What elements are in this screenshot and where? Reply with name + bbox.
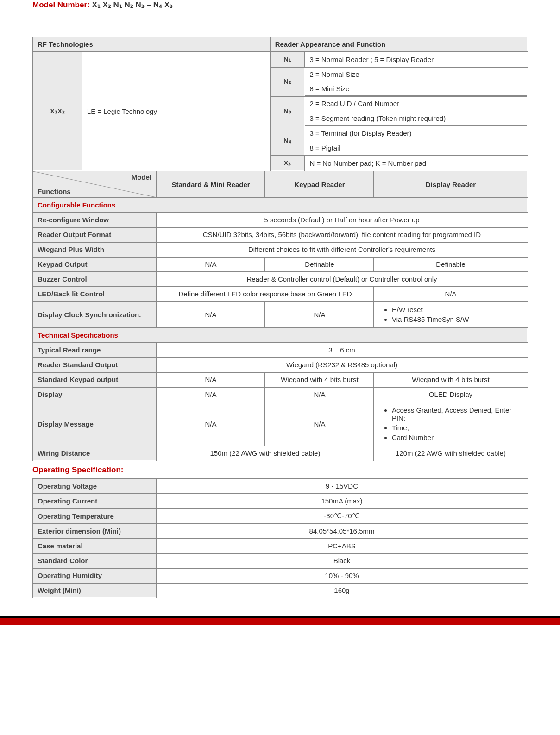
n2-value-1: 2 = Normal Size — [305, 67, 528, 82]
row-value: N/A — [157, 302, 265, 328]
list-item: H/W reset — [392, 305, 522, 314]
row-value: 9 - 15VDC — [157, 479, 528, 494]
row-value: 150mA (max) — [157, 494, 528, 509]
n3-value-1: 2 = Read UID / Card Number — [305, 96, 528, 111]
row-label: Operating Temperature — [33, 509, 157, 524]
row-label: Case material — [33, 539, 157, 553]
row-value: Access Granted, Access Denied, Enter PIN… — [374, 402, 527, 446]
row-label: Keypad Output — [33, 257, 157, 272]
row-value: Definable — [374, 257, 527, 272]
row-label: Wiegand Plus Width — [33, 242, 157, 257]
row-label: Weight (Mini) — [33, 583, 157, 598]
row-label: Operating Humidity — [33, 568, 157, 583]
row-value: Wiegand with 4 bits burst — [265, 372, 374, 387]
row-label: Display Message — [33, 402, 157, 446]
row-value: 120m (22 AWG with shielded cable) — [374, 446, 527, 461]
row-value: N/A — [374, 287, 527, 302]
row-value: 160g — [157, 583, 528, 598]
n1-value: 3 = Normal Reader ; 5 = Display Reader — [305, 52, 528, 67]
list-item: Time; — [392, 423, 522, 433]
row-value: -30℃-70℃ — [157, 509, 528, 524]
x1x2-label: X₁X₂ — [33, 52, 82, 171]
row-label: Standard Keypad output — [33, 372, 157, 387]
model-number-table: RF Technologies Reader Appearance and Fu… — [32, 37, 528, 171]
row-value: N/A — [157, 257, 265, 272]
n1-label: N₁ — [270, 52, 305, 67]
n2-value-2: 8 = Mini Size — [305, 82, 528, 96]
operating-spec-title: Operating Specification: — [32, 465, 528, 475]
x3-label: X₃ — [270, 156, 305, 171]
functions-table: Model Functions Standard & Mini Reader K… — [32, 171, 528, 461]
title-prefix: Model Number: — [32, 0, 92, 9]
row-value: 10% - 90% — [157, 568, 528, 583]
row-value: Different choices to fit with different … — [157, 242, 528, 257]
row-label: Display Clock Synchronization. — [33, 302, 157, 328]
row-value: Definable — [265, 257, 374, 272]
row-value: Define different LED color response base… — [157, 287, 374, 302]
rf-tech-header: RF Technologies — [33, 37, 271, 52]
row-value: PC+ABS — [157, 539, 528, 553]
col-display: Display Reader — [374, 171, 527, 198]
row-label: Reader Standard Output — [33, 358, 157, 372]
x3-value: N = No Number pad; K = Number pad — [305, 156, 528, 171]
col-standard: Standard & Mini Reader — [157, 171, 265, 198]
row-label: LED/Back lit Control — [33, 287, 157, 302]
diag-model: Model — [132, 173, 151, 181]
reader-appearance-header: Reader Appearance and Function — [270, 37, 527, 52]
row-label: Operating Current — [33, 494, 157, 509]
row-value: N/A — [157, 387, 265, 402]
row-value: 5 seconds (Default) or Half an hour afte… — [157, 213, 528, 227]
row-value: N/A — [157, 372, 265, 387]
row-value: N/A — [265, 402, 374, 446]
row-label: Typical Read range — [33, 343, 157, 358]
row-value: Black — [157, 553, 528, 568]
row-label: Reader Output Format — [33, 227, 157, 242]
tech-section: Technical Specifications — [33, 328, 528, 343]
row-value: N/A — [157, 402, 265, 446]
n3-value-2: 3 = Segment reading (Token might require… — [305, 111, 528, 126]
row-value: N/A — [265, 387, 374, 402]
row-value: H/W reset Via RS485 TimeSyn S/W — [374, 302, 527, 328]
n3-label: N₃ — [270, 96, 305, 126]
row-label: Re-configure Window — [33, 213, 157, 227]
row-value: 84.05*54.05*16.5mm — [157, 524, 528, 539]
row-value: N/A — [265, 302, 374, 328]
configurable-section: Configurable Functions — [33, 198, 528, 213]
n4-label: N₄ — [270, 126, 305, 156]
footer-bar — [0, 616, 560, 625]
n4-value-2: 8 = Pigtail — [305, 141, 528, 156]
row-label: Buzzer Control — [33, 272, 157, 287]
row-label: Wiring Distance — [33, 446, 157, 461]
operating-spec-table: Operating Voltage9 - 15VDCOperating Curr… — [32, 478, 528, 598]
page-title: Model Number: X₁ X₂ N₁ N₂ N₃ – N₄ X₃ — [32, 0, 528, 10]
row-label: Standard Color — [33, 553, 157, 568]
row-value: 150m (22 AWG with shielded cable) — [157, 446, 374, 461]
col-keypad: Keypad Reader — [265, 171, 374, 198]
row-value: CSN/UID 32bits, 34bits, 56bits (backward… — [157, 227, 528, 242]
x1x2-value: LE = Legic Technology — [82, 52, 270, 171]
row-value: 3 – 6 cm — [157, 343, 528, 358]
n4-value-1: 3 = Terminal (for Display Reader) — [305, 126, 528, 141]
diag-header: Model Functions — [33, 171, 157, 198]
diag-functions: Functions — [38, 188, 71, 195]
row-value: Wiegand (RS232 & RS485 optional) — [157, 358, 528, 372]
list-item: Access Granted, Access Denied, Enter PIN… — [392, 405, 522, 423]
title-model: X₁ X₂ N₁ N₂ N₃ – N₄ X₃ — [92, 0, 173, 9]
row-label: Display — [33, 387, 157, 402]
list-item: Via RS485 TimeSyn S/W — [392, 314, 522, 324]
row-value: Reader & Controller control (Default) or… — [157, 272, 528, 287]
n2-label: N₂ — [270, 67, 305, 96]
row-value: OLED Display — [374, 387, 527, 402]
list-item: Card Number — [392, 433, 522, 442]
row-label: Operating Voltage — [33, 479, 157, 494]
row-value: Wiegand with 4 bits burst — [374, 372, 527, 387]
row-label: Exterior dimension (Mini) — [33, 524, 157, 539]
